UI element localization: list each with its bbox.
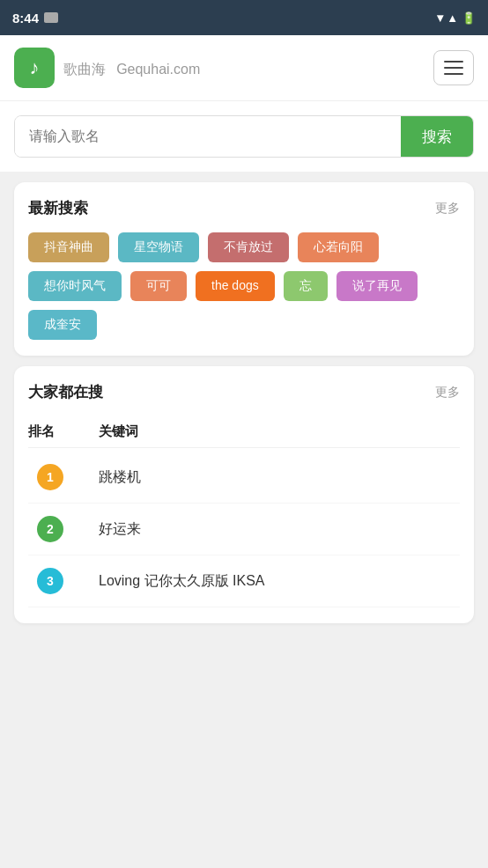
popular-searches-title: 大家都在搜: [28, 382, 103, 402]
search-input[interactable]: [15, 116, 401, 157]
rank-badge: 1: [37, 464, 63, 490]
recent-searches-title: 最新搜索: [28, 198, 88, 218]
tag-item[interactable]: 不肯放过: [208, 232, 289, 262]
header: ♪ 歌曲海 Gequhai.com: [0, 35, 488, 101]
search-section: 搜索: [0, 101, 488, 172]
rank-col: 2: [28, 516, 99, 542]
col-rank-label: 排名: [28, 423, 99, 440]
popular-searches-more[interactable]: 更多: [435, 385, 460, 401]
tag-item[interactable]: 星空物语: [118, 232, 199, 262]
search-bar: 搜索: [14, 115, 474, 158]
tag-item[interactable]: 成奎安: [28, 310, 97, 340]
keyword-text: Loving 记你太久原版 IKSA: [99, 572, 460, 591]
recent-searches-more[interactable]: 更多: [435, 201, 460, 217]
tag-item[interactable]: the dogs: [196, 271, 275, 301]
menu-line-1: [444, 61, 463, 63]
wifi-icon: ▾: [437, 11, 443, 25]
status-time: 8:44: [12, 11, 39, 26]
popular-searches-card: 大家都在搜 更多 排名 关键词 1跳楼机2好运来3Loving 记你太久原版 I…: [14, 366, 474, 623]
search-button[interactable]: 搜索: [401, 116, 473, 157]
col-keyword-label: 关键词: [99, 423, 460, 440]
recent-searches-card: 最新搜索 更多 抖音神曲星空物语不肯放过心若向阳想你时风气可可the dogs忘…: [14, 182, 474, 356]
tag-item[interactable]: 心若向阳: [298, 232, 379, 262]
popular-searches-header: 大家都在搜 更多: [28, 382, 460, 402]
header-brand: ♪ 歌曲海 Gequhai.com: [14, 48, 200, 88]
menu-line-2: [444, 67, 463, 69]
signal-icon: ▲: [447, 11, 458, 25]
status-bar: 8:44 A ▾ ▲ 🔋: [0, 0, 488, 35]
tag-item[interactable]: 说了再见: [336, 271, 418, 301]
tags-container: 抖音神曲星空物语不肯放过心若向阳想你时风气可可the dogs忘说了再见成奎安: [28, 232, 460, 340]
rank-badge: 3: [37, 568, 63, 594]
keyword-text: 好运来: [99, 520, 460, 539]
menu-button[interactable]: [433, 50, 474, 85]
rank-col: 3: [28, 568, 99, 594]
popular-row[interactable]: 1跳楼机: [28, 452, 460, 504]
popular-row[interactable]: 2好运来: [28, 504, 460, 555]
tag-item[interactable]: 抖音神曲: [28, 232, 109, 262]
rank-col: 1: [28, 464, 99, 490]
sim-icon: A: [44, 12, 58, 23]
popular-table-header: 排名 关键词: [28, 416, 460, 448]
app-title: 歌曲海 Gequhai.com: [63, 56, 200, 79]
popular-rows: 1跳楼机2好运来3Loving 记你太久原版 IKSA: [28, 452, 460, 607]
rank-badge: 2: [37, 516, 63, 542]
tag-item[interactable]: 想你时风气: [28, 271, 122, 301]
recent-searches-header: 最新搜索 更多: [28, 198, 460, 218]
tag-item[interactable]: 可可: [130, 271, 187, 301]
battery-icon: 🔋: [462, 11, 476, 25]
keyword-text: 跳楼机: [99, 468, 460, 487]
tag-item[interactable]: 忘: [284, 271, 328, 301]
menu-line-3: [444, 73, 463, 75]
popular-row[interactable]: 3Loving 记你太久原版 IKSA: [28, 555, 460, 607]
app-logo: ♪: [14, 48, 55, 88]
